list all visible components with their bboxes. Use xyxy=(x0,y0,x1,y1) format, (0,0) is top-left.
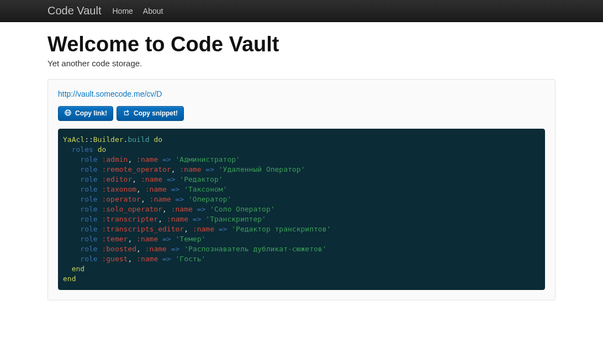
copy-snippet-label: Copy snippet! xyxy=(134,109,178,117)
brand[interactable]: Code Vault xyxy=(47,4,101,17)
copy-snippet-button[interactable]: Copy snippet! xyxy=(117,106,184,121)
share-icon xyxy=(123,109,130,118)
snippet-panel: http://vault.somecode.me/cv/D Copy link!… xyxy=(47,79,556,300)
globe-icon xyxy=(64,109,72,118)
snippet-url-link[interactable]: http://vault.somecode.me/cv/D xyxy=(58,89,162,98)
copy-link-button[interactable]: Copy link! xyxy=(58,106,113,121)
nav-link-home[interactable]: Home xyxy=(112,7,133,15)
navbar: Code Vault Home About xyxy=(0,0,603,22)
page-subtitle: Yet another code storage. xyxy=(47,59,556,68)
nav-link-about[interactable]: About xyxy=(143,7,163,15)
page-title: Welcome to Code Vault xyxy=(47,33,556,56)
copy-link-label: Copy link! xyxy=(75,109,107,117)
code-block: YaAcl::Builder.build do roles do role :a… xyxy=(58,129,545,290)
